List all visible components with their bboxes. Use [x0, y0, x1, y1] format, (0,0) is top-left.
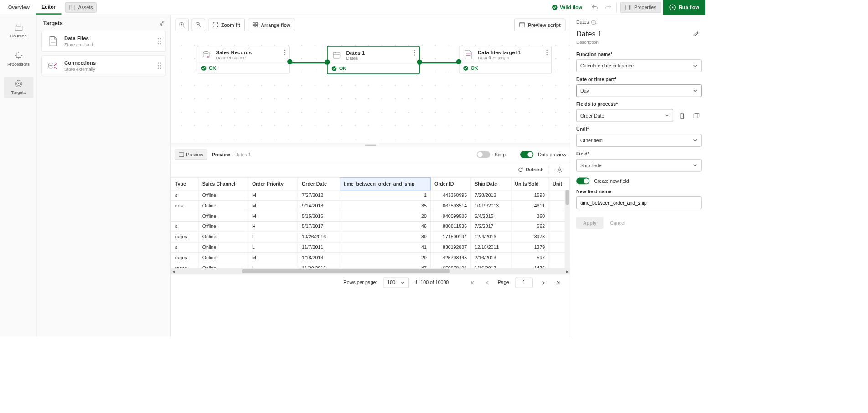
- resize-handle[interactable]: [171, 143, 570, 147]
- zoom-out-button[interactable]: [192, 19, 205, 31]
- pager-last[interactable]: [553, 278, 563, 287]
- table-row[interactable]: ragesOnlineL11/30/2016476598781941/16/20…: [171, 263, 569, 268]
- run-flow-button[interactable]: Run flow: [663, 0, 705, 15]
- table-row[interactable]: nesOnlineM9/14/20133566759351410/19/2013…: [171, 201, 569, 211]
- date-part-label: Date or time part*: [576, 77, 702, 82]
- new-field-name-input[interactable]: [576, 196, 702, 209]
- tab-overview[interactable]: Overview: [2, 0, 36, 15]
- column-header[interactable]: Units Sold: [511, 177, 549, 190]
- panel-bottom-icon: [179, 152, 184, 157]
- refresh-button[interactable]: Refresh: [517, 167, 543, 173]
- data-preview-toggle[interactable]: [520, 151, 533, 158]
- svg-point-63: [546, 54, 547, 55]
- horizontal-scrollbar[interactable]: ◂ ▸: [171, 268, 570, 274]
- preview-button[interactable]: Preview: [175, 150, 207, 160]
- svg-point-21: [160, 41, 161, 41]
- pager-prev[interactable]: [483, 278, 492, 287]
- new-field-name-label: New field name: [576, 189, 702, 194]
- column-header[interactable]: Sales Channel: [198, 177, 248, 190]
- rail-item-sources[interactable]: Sources: [4, 21, 33, 41]
- column-header[interactable]: Order ID: [430, 177, 470, 190]
- script-icon: [519, 22, 525, 27]
- tab-editor[interactable]: Editor: [36, 0, 62, 15]
- column-header[interactable]: Type: [171, 177, 198, 190]
- drag-handle-icon[interactable]: [158, 62, 161, 69]
- svg-point-15: [18, 83, 19, 84]
- assets-button[interactable]: Assets: [65, 2, 97, 12]
- node-menu-button[interactable]: [284, 49, 285, 60]
- svg-point-54: [414, 50, 415, 51]
- pager-page-input[interactable]: [515, 277, 533, 288]
- column-header[interactable]: Unit: [549, 177, 570, 190]
- node-status: OK: [459, 63, 551, 73]
- cancel-button[interactable]: Cancel: [610, 220, 625, 226]
- grid-icon: [253, 22, 258, 27]
- svg-point-46: [284, 50, 285, 51]
- zoom-fit-button[interactable]: Zoom fit: [208, 19, 245, 31]
- preview-title: Preview - Dates 1: [212, 152, 251, 157]
- column-header[interactable]: Order Date: [298, 177, 340, 190]
- flow-node[interactable]: Data files target 1Data files targetOK: [459, 46, 552, 73]
- column-header[interactable]: Order Priority: [248, 177, 298, 190]
- svg-rect-3: [625, 5, 631, 10]
- flow-canvas[interactable]: Sales RecordsDataset sourceOKDates 1Date…: [171, 35, 570, 143]
- table-row[interactable]: sOfflineM7/27/201214433689957/28/2012159…: [171, 190, 569, 201]
- preview-table: TypeSales ChannelOrder PriorityOrder Dat…: [171, 177, 570, 268]
- create-new-field-toggle[interactable]: [576, 178, 589, 185]
- node-menu-button[interactable]: [546, 49, 548, 60]
- flow-node[interactable]: Sales RecordsDataset sourceOK: [197, 46, 290, 73]
- table-settings-button[interactable]: [554, 165, 565, 175]
- node-port-in[interactable]: [325, 59, 330, 64]
- redo-button[interactable]: [601, 0, 615, 15]
- apply-button[interactable]: Apply: [576, 217, 604, 229]
- rail-item-processors[interactable]: Processors: [4, 48, 33, 70]
- rows-per-page-select[interactable]: 100: [383, 277, 409, 288]
- zoom-in-button[interactable]: [176, 19, 189, 31]
- collapse-panel-icon[interactable]: [160, 21, 165, 26]
- undo-button[interactable]: [588, 0, 601, 15]
- column-header[interactable]: time_between_order_and_ship: [340, 177, 430, 190]
- svg-point-71: [594, 21, 594, 21]
- delete-field-button[interactable]: [677, 110, 687, 121]
- vertical-scrollbar[interactable]: [565, 190, 570, 268]
- node-port-in[interactable]: [456, 59, 461, 64]
- left-rail: Sources Processors Targets: [0, 15, 37, 337]
- pager-next[interactable]: [539, 278, 548, 287]
- arrange-flow-button[interactable]: Arrange flow: [248, 19, 295, 31]
- properties-button[interactable]: Properties: [620, 2, 661, 13]
- node-type-icon: [331, 50, 342, 60]
- pager-first[interactable]: [468, 278, 477, 287]
- edit-title-button[interactable]: [691, 29, 702, 39]
- date-part-select[interactable]: Day: [576, 84, 702, 97]
- preview-script-button[interactable]: Preview script: [514, 19, 566, 31]
- drag-handle-icon[interactable]: [158, 38, 161, 45]
- node-port-out[interactable]: [417, 59, 422, 64]
- svg-point-44: [203, 51, 209, 53]
- svg-rect-40: [253, 25, 255, 27]
- svg-point-49: [202, 66, 207, 71]
- svg-point-69: [558, 169, 561, 171]
- pager-page-label: Page: [498, 280, 509, 285]
- flow-node[interactable]: Dates 1DatesOK: [327, 46, 420, 74]
- table-row[interactable]: ragesOnlineM1/18/2013294257934452/16/201…: [171, 253, 569, 263]
- rail-item-targets[interactable]: Targets: [4, 77, 33, 98]
- target-card-data-files[interactable]: Data Files Store on cloud: [41, 31, 166, 52]
- expand-field-button[interactable]: [691, 110, 702, 121]
- column-header[interactable]: Ship Date: [471, 177, 511, 190]
- function-name-select[interactable]: Calculate date difference: [576, 59, 702, 72]
- info-icon[interactable]: [591, 20, 596, 25]
- table-row[interactable]: ragesOnlineL10/26/20163917459019412/4/20…: [171, 232, 569, 242]
- until-select[interactable]: Other field: [576, 134, 702, 147]
- table-row[interactable]: OfflineM5/15/2015209400995856/4/2015360: [171, 211, 569, 222]
- target-card-connections[interactable]: Connections Store externally: [41, 55, 166, 76]
- node-port-out[interactable]: [287, 59, 292, 64]
- table-row[interactable]: sOnlineL11/7/20114183019288712/18/201113…: [171, 242, 569, 253]
- node-menu-button[interactable]: [414, 50, 415, 61]
- targets-panel-title: Targets: [43, 20, 63, 26]
- field-select[interactable]: Ship Date: [576, 159, 702, 172]
- fields-to-process-select[interactable]: Order Date: [576, 109, 673, 122]
- valid-flow-status: Valid flow: [552, 4, 582, 10]
- table-row[interactable]: sOfflineH5/17/2017468808115367/2/2017562: [171, 221, 569, 232]
- script-toggle[interactable]: [477, 151, 490, 158]
- node-type-icon: [201, 49, 212, 60]
